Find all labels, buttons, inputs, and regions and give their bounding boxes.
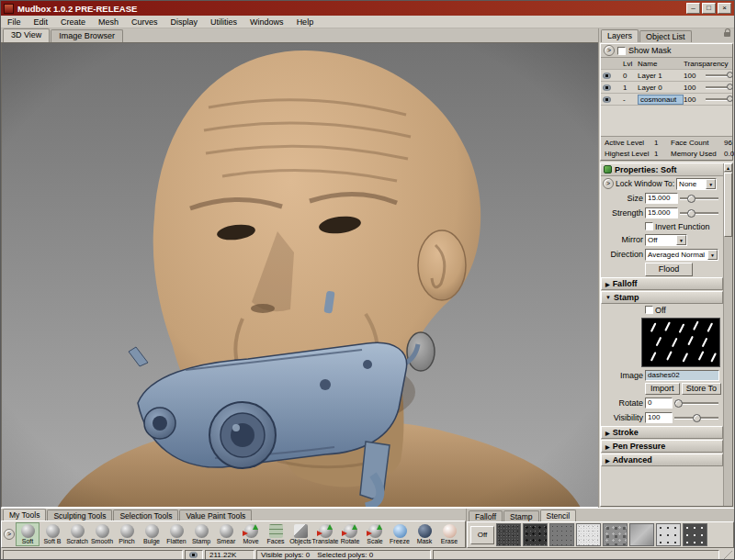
tool-soft-b[interactable]: Soft B (40, 523, 64, 545)
tool-scale[interactable]: Scale (363, 523, 387, 545)
menu-curves[interactable]: Curves (125, 17, 164, 28)
menu-create[interactable]: Create (54, 17, 92, 28)
tool-objects[interactable]: Objects (288, 523, 312, 545)
section-stamp[interactable]: ▼ Stamp (601, 291, 723, 304)
tab-stencil[interactable]: Stencil (540, 510, 577, 521)
layer-name[interactable]: Layer 0 (638, 84, 684, 92)
size-slider[interactable] (680, 194, 718, 204)
direction-dropdown[interactable]: Averaged Normal ▼ (645, 249, 718, 261)
layer-transparency-slider[interactable] (706, 95, 730, 104)
minimize-button[interactable]: – (686, 3, 700, 14)
scrollbar-thumb[interactable] (724, 173, 732, 237)
panel-menu-button[interactable]: > (604, 45, 615, 56)
tool-faces[interactable]: Faces (264, 523, 288, 545)
lock-window-dropdown[interactable]: None ▼ (676, 178, 717, 190)
menu-display[interactable]: Display (164, 17, 205, 28)
layer-transparency-slider[interactable] (706, 72, 730, 80)
stamp-preview-image[interactable] (641, 318, 720, 367)
layer-name[interactable]: Layer 1 (638, 72, 684, 80)
panel-menu-button[interactable]: > (603, 178, 614, 189)
tool-move[interactable]: Move (239, 523, 263, 545)
section-stroke[interactable]: ▶ Stroke (601, 426, 723, 439)
rotate-input[interactable]: 0 (645, 398, 673, 409)
tab-value-paint-tools[interactable]: Value Paint Tools (179, 510, 252, 521)
show-mask-checkbox[interactable] (617, 47, 626, 55)
visibility-slider[interactable] (674, 413, 718, 423)
rotate-slider[interactable] (674, 398, 718, 409)
tool-smooth[interactable]: Smooth (90, 523, 114, 545)
properties-scrollbar[interactable]: ▲ (723, 163, 732, 506)
tool-bulge[interactable]: Bulge (140, 523, 164, 545)
dropdown-arrow-icon[interactable]: ▼ (706, 179, 716, 189)
tab-layers[interactable]: Layers (601, 29, 639, 42)
section-advanced[interactable]: ▶ Advanced (601, 454, 723, 466)
stencil-thumbnail[interactable] (523, 523, 548, 546)
visibility-eye-icon[interactable] (603, 84, 611, 91)
stencil-thumbnail[interactable] (656, 523, 681, 546)
layer-name[interactable]: cosmonaut (638, 95, 684, 105)
stencil-off-button[interactable]: Off (470, 526, 494, 544)
maximize-button[interactable]: □ (702, 3, 716, 14)
tool-soft[interactable]: Soft (16, 522, 40, 546)
tool-translate[interactable]: Translate (313, 523, 337, 545)
close-button[interactable]: × (718, 3, 731, 14)
tab-stamp[interactable]: Stamp (503, 510, 539, 521)
layer-transparency-slider[interactable] (706, 84, 730, 92)
mirror-dropdown[interactable]: Off ▼ (645, 234, 687, 246)
flood-button[interactable]: Flood (645, 263, 693, 276)
tab-image-browser[interactable]: Image Browser (51, 29, 123, 42)
layer-row-selected[interactable]: - cosmonaut 100 (601, 93, 732, 105)
dropdown-arrow-icon[interactable]: ▼ (707, 250, 718, 260)
scroll-up-icon[interactable]: ▲ (724, 163, 732, 172)
sculpt-model-canvas[interactable] (2, 43, 599, 507)
menu-edit[interactable]: Edit (28, 17, 55, 28)
tab-selection-tools[interactable]: Selection Tools (113, 510, 178, 521)
menu-windows[interactable]: Windows (243, 17, 290, 28)
menu-help[interactable]: Help (290, 17, 321, 28)
tool-erase[interactable]: Erase (437, 523, 461, 545)
menu-utilities[interactable]: Utilities (204, 17, 243, 28)
image-name-field[interactable]: dashes02 (645, 370, 719, 381)
section-pen-pressure[interactable]: ▶ Pen Pressure (601, 440, 723, 453)
menu-mesh[interactable]: Mesh (92, 17, 125, 28)
tool-scratch[interactable]: Scratch (65, 523, 89, 545)
section-falloff[interactable]: ▶ Falloff (601, 277, 723, 290)
tab-3d-view[interactable]: 3D View (3, 28, 50, 42)
tab-my-tools[interactable]: My Tools (3, 509, 46, 521)
store-to-button[interactable]: Store To (682, 383, 721, 395)
panel-menu-button[interactable]: > (4, 529, 15, 540)
import-button[interactable]: Import (645, 383, 680, 395)
viewport-3d[interactable] (1, 42, 600, 508)
layer-row[interactable]: 0 Layer 1 100 (601, 69, 732, 81)
visibility-input[interactable]: 100 (645, 412, 673, 423)
visibility-eye-icon[interactable] (603, 96, 611, 103)
tool-flatten[interactable]: Flatten (164, 523, 188, 545)
resize-grip[interactable] (721, 550, 732, 560)
strength-input[interactable]: 15.000 (645, 207, 678, 218)
layer-row[interactable]: 1 Layer 0 100 (601, 81, 732, 93)
stencil-thumbnail[interactable] (496, 523, 521, 546)
visibility-eye-icon[interactable] (603, 73, 611, 79)
tool-pinch[interactable]: Pinch (115, 523, 139, 545)
stencil-thumbnail[interactable] (603, 523, 628, 546)
stencil-thumbnail[interactable] (683, 523, 707, 546)
lock-icon[interactable] (724, 32, 730, 37)
strength-slider[interactable] (680, 208, 718, 218)
tab-falloff[interactable]: Falloff (469, 510, 503, 521)
tab-object-list[interactable]: Object List (639, 30, 692, 42)
stencil-thumbnail[interactable] (549, 523, 574, 546)
invert-function-checkbox[interactable] (645, 222, 653, 230)
size-input[interactable]: 15.000 (645, 193, 678, 204)
stencil-thumbnail[interactable] (629, 523, 654, 546)
stencil-thumbnail[interactable] (576, 523, 601, 546)
title-bar[interactable]: Mudbox 1.0.2 PRE-RELEASE – □ × (1, 1, 734, 16)
tool-smear[interactable]: Smear (214, 523, 238, 545)
tab-sculpting-tools[interactable]: Sculpting Tools (47, 510, 112, 521)
tool-stamp[interactable]: Stamp (189, 523, 213, 545)
dropdown-arrow-icon[interactable]: ▼ (676, 235, 686, 245)
tool-rotate[interactable]: Rotate (338, 523, 362, 545)
tool-freeze[interactable]: Freeze (388, 523, 412, 545)
tool-mask[interactable]: Mask (413, 523, 436, 545)
menu-file[interactable]: File (1, 17, 28, 28)
stamp-off-checkbox[interactable] (645, 306, 653, 314)
